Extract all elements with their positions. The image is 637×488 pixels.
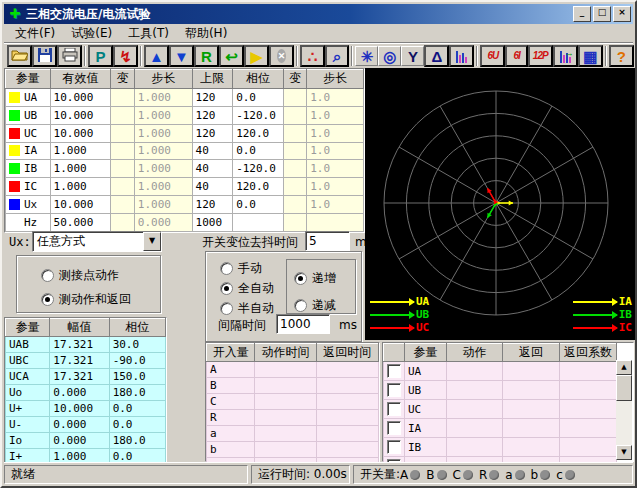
- param-name: UB: [24, 109, 37, 122]
- radio-手动[interactable]: 手动: [220, 260, 274, 277]
- table-row: UC10.0001.000120120.01.0: [6, 124, 364, 142]
- interval-input[interactable]: [276, 314, 330, 334]
- param-value-cell[interactable]: 1000: [192, 214, 233, 232]
- checkbox[interactable]: [387, 383, 401, 397]
- switch-indicator-A: [410, 470, 420, 480]
- param-value-cell[interactable]: 0.0: [233, 142, 284, 160]
- connection-diagram-button[interactable]: ∴: [300, 45, 325, 67]
- print-button[interactable]: [57, 45, 82, 67]
- param-value-cell[interactable]: 10.000: [50, 124, 111, 142]
- close-button[interactable]: ×: [613, 6, 631, 22]
- maximize-button[interactable]: □: [593, 6, 611, 22]
- param-value-cell[interactable]: 40: [192, 178, 233, 196]
- vector-diagram-view-button[interactable]: ✳: [355, 46, 378, 66]
- param-value-cell[interactable]: 1.000: [50, 142, 111, 160]
- circle-diagram-view-button[interactable]: ◎: [378, 46, 401, 66]
- minimize-button[interactable]: _: [573, 6, 591, 22]
- ux-mode-dropdown[interactable]: 任意方式 ▼: [32, 231, 162, 252]
- column-header[interactable]: [384, 344, 405, 362]
- debounce-input[interactable]: [305, 231, 350, 251]
- reset-button[interactable]: R: [194, 45, 219, 67]
- wye-connection-view-button[interactable]: Y: [401, 46, 424, 66]
- column-header[interactable]: 变: [111, 70, 134, 89]
- column-header[interactable]: 参量: [6, 319, 50, 337]
- column-header[interactable]: 相位: [109, 319, 165, 337]
- column-header[interactable]: 参量: [6, 70, 51, 89]
- radio-递减[interactable]: 递减: [294, 297, 336, 314]
- column-header[interactable]: 步长: [134, 70, 192, 89]
- zoom-view-button[interactable]: ⌕: [325, 45, 349, 67]
- param-value-cell[interactable]: 120.0: [233, 178, 284, 196]
- param-value-cell[interactable]: 40: [192, 142, 233, 160]
- param-value-cell[interactable]: 1.000: [50, 160, 111, 178]
- checkbox[interactable]: [387, 421, 401, 435]
- param-value-cell: 1.000: [134, 88, 192, 106]
- column-header[interactable]: 相位: [233, 70, 284, 89]
- scroll-down-icon[interactable]: ▼: [616, 445, 632, 460]
- help-button[interactable]: ?: [609, 45, 634, 67]
- menu-bar: 文件(F)试验(E)工具(T)帮助(H): [4, 24, 633, 43]
- chevron-down-icon[interactable]: ▼: [143, 232, 161, 251]
- column-header[interactable]: 返回系数: [560, 344, 617, 362]
- param-value-cell[interactable]: 50.000: [50, 214, 111, 232]
- step-up-button[interactable]: ▲: [144, 45, 169, 67]
- column-header[interactable]: 返回时间: [316, 344, 378, 362]
- scroll-up-icon[interactable]: ▲: [616, 360, 632, 375]
- calculator-button[interactable]: ▦: [578, 45, 603, 67]
- column-header[interactable]: 有效值: [50, 70, 111, 89]
- column-header[interactable]: 动作: [447, 344, 503, 362]
- param-value-cell[interactable]: 0.0: [233, 88, 284, 106]
- scrollbar-thumb[interactable]: [616, 375, 632, 401]
- param-value-cell[interactable]: 0.0: [233, 196, 284, 214]
- menu-item-1[interactable]: 试验(E): [64, 24, 119, 43]
- radio-半自动[interactable]: 半自动: [220, 300, 274, 317]
- param-value-cell[interactable]: 120: [192, 88, 233, 106]
- column-header[interactable]: 返回: [503, 344, 560, 362]
- column-header[interactable]: 参量: [405, 344, 447, 362]
- radio-测接点动作[interactable]: 测接点动作: [41, 267, 131, 284]
- harmonic-output-button[interactable]: →: [553, 45, 578, 67]
- run-test-button[interactable]: ▶: [244, 45, 269, 67]
- checkbox[interactable]: [387, 364, 401, 378]
- column-header[interactable]: 开入量: [207, 344, 255, 362]
- param-value-cell[interactable]: 10.000: [50, 196, 111, 214]
- mode-6u-button[interactable]: 6U: [480, 45, 505, 67]
- param-value-cell[interactable]: 10.000: [50, 106, 111, 124]
- step-down-button[interactable]: ▼: [169, 45, 194, 67]
- mode-6i-button[interactable]: 6I: [505, 45, 527, 67]
- menu-item-0[interactable]: 文件(F): [8, 24, 62, 43]
- checkbox[interactable]: [387, 440, 401, 454]
- undo-button[interactable]: ↩: [219, 45, 244, 67]
- param-value-cell[interactable]: [233, 214, 284, 232]
- column-header[interactable]: 步长: [307, 70, 364, 89]
- stop-test-button[interactable]: ✕: [269, 45, 294, 67]
- param-value-cell[interactable]: 120: [192, 124, 233, 142]
- delta-connection-view-button[interactable]: Δ: [424, 45, 449, 67]
- pause-button[interactable]: P: [88, 45, 113, 67]
- save-file-button[interactable]: [32, 45, 57, 67]
- menu-item-3[interactable]: 帮助(H): [178, 24, 234, 43]
- result-table-scrollbar[interactable]: ▲ ▼: [616, 360, 632, 460]
- param-value-cell[interactable]: -120.0: [233, 160, 284, 178]
- column-header[interactable]: 动作时间: [255, 344, 316, 362]
- radio-测动作和返回[interactable]: 测动作和返回: [41, 291, 131, 308]
- title-bar[interactable]: ✚ 三相交流电压/电流试验 _ □ ×: [4, 4, 633, 24]
- power-output-button[interactable]: ↯: [113, 45, 138, 67]
- param-value-cell[interactable]: 40: [192, 160, 233, 178]
- param-value-cell[interactable]: -120.0: [233, 106, 284, 124]
- radio-递增[interactable]: 递增: [294, 270, 336, 287]
- column-header[interactable]: 幅值: [50, 319, 109, 337]
- param-value-cell[interactable]: 120: [192, 196, 233, 214]
- param-value-cell[interactable]: 10.000: [50, 88, 111, 106]
- checkbox[interactable]: [387, 402, 401, 416]
- param-value-cell[interactable]: 120: [192, 106, 233, 124]
- column-header[interactable]: 上限: [192, 70, 233, 89]
- param-value-cell[interactable]: 1.000: [50, 178, 111, 196]
- column-header[interactable]: 变: [283, 70, 306, 89]
- param-value-cell[interactable]: 120.0: [233, 124, 284, 142]
- bar-graph-view-button[interactable]: [449, 45, 474, 67]
- radio-全自动[interactable]: 全自动: [220, 280, 274, 297]
- open-file-button[interactable]: [7, 45, 32, 67]
- mode-12p-button[interactable]: 12P: [528, 45, 553, 67]
- menu-item-2[interactable]: 工具(T): [121, 24, 176, 43]
